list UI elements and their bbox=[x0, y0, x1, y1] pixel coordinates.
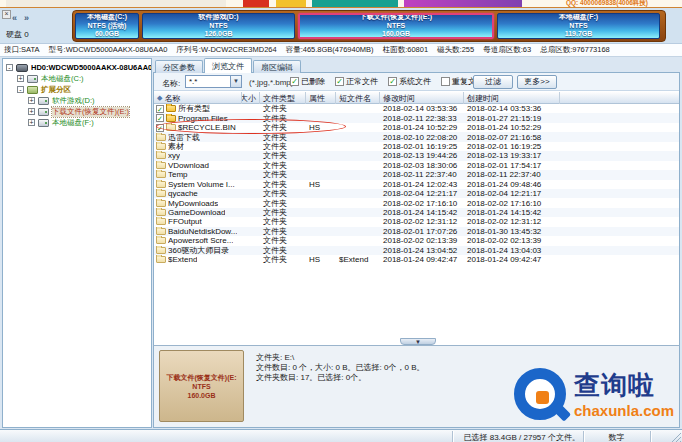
table-row[interactable]: Temp文件夹2018-02-11 22:37:402018-02-11 22:… bbox=[154, 170, 679, 179]
checkbox-icon[interactable] bbox=[441, 77, 450, 86]
tab[interactable]: 浏览文件 bbox=[204, 58, 252, 73]
modified-time: 2018-02-01 17:07:26 bbox=[380, 227, 464, 236]
file-type: 文件夹 bbox=[260, 246, 306, 255]
modified-time: 2018-01-24 13:04:52 bbox=[380, 246, 464, 255]
column-header[interactable]: 短文件名 bbox=[336, 92, 380, 104]
tree-expander-icon[interactable]: + bbox=[17, 75, 24, 82]
created-time: 2018-02-01 17:54:17 bbox=[464, 161, 560, 170]
tree-item-label: 软件游戏(D:) bbox=[52, 96, 95, 106]
filter-checkbox[interactable]: ✓正常文件 bbox=[335, 76, 378, 87]
created-time: 2018-02-14 03:53:36 bbox=[464, 104, 560, 113]
tree-item-label: HD0:WDCWD5000AAKX-08U6AA0(466GB) bbox=[31, 63, 152, 72]
tree-expander-icon[interactable]: + bbox=[28, 119, 35, 126]
chevron-down-icon[interactable]: ▼ bbox=[230, 76, 241, 87]
table-row[interactable]: Apowersoft Scre...文件夹2018-02-02 02:13:39… bbox=[154, 236, 679, 245]
magnifier-logo-handle bbox=[552, 402, 571, 421]
partition-block[interactable]: 下载文件(恢复文件)(E:)NTFS160.0GB bbox=[298, 13, 494, 39]
table-row[interactable]: $Extend文件夹HS$Extend2018-01-24 09:42:4720… bbox=[154, 255, 679, 264]
table-row[interactable]: ✓所有类型文件夹2018-02-14 03:53:362018-02-14 03… bbox=[154, 104, 679, 113]
file-type: 文件夹 bbox=[260, 170, 306, 179]
file-attr: HS bbox=[306, 255, 336, 264]
column-header[interactable]: ◆名称 bbox=[154, 92, 242, 104]
current-partition-size: 160.0GB bbox=[187, 391, 215, 400]
folder-icon bbox=[156, 152, 166, 159]
partition-tree-panel: -HD0:WDCWD5000AAKX-08U6AA0(466GB)+本地磁盘(C… bbox=[2, 58, 152, 428]
selection-summary: 已选择 83.4GB / 27957 个文件。 bbox=[455, 432, 580, 442]
more-button[interactable]: 更多>> bbox=[517, 75, 557, 89]
tab[interactable]: 扇区编辑 bbox=[253, 60, 301, 73]
tree-item-label: 本地磁盘(C:) bbox=[41, 74, 84, 84]
row-checkbox[interactable]: ✓ bbox=[156, 105, 164, 113]
file-type: 文件夹 bbox=[260, 236, 306, 245]
column-header[interactable]: 创建时间 bbox=[464, 92, 560, 104]
table-row[interactable]: FFOutput文件夹2018-02-02 12:31:122018-02-02… bbox=[154, 217, 679, 226]
partition-block[interactable]: 本地磁盘(F:)NTFS119.7GB bbox=[497, 13, 660, 39]
file-name: BaiduNetdiskDow... bbox=[168, 227, 237, 236]
checkbox-icon[interactable]: ✓ bbox=[290, 77, 299, 86]
tree-expander-icon[interactable]: - bbox=[17, 86, 24, 93]
filter-checkbox[interactable]: ✓系统文件 bbox=[388, 76, 431, 87]
column-header[interactable]: 修改时间 bbox=[380, 92, 464, 104]
table-row[interactable]: GameDownload文件夹2018-01-24 14:15:422018-0… bbox=[154, 208, 679, 217]
tree-item-label: 本地磁盘(F:) bbox=[52, 118, 94, 128]
tree-item[interactable]: +本地磁盘(C:) bbox=[3, 73, 151, 84]
file-name: $Extend bbox=[168, 255, 197, 264]
partition-bar-panel: × « » 硬盘 0 本地磁盘(C:)NTFS (活动)60.0GB软件游戏(D… bbox=[0, 7, 682, 44]
file-name: qycache bbox=[168, 189, 198, 198]
tree-item[interactable]: +本地磁盘(F:) bbox=[3, 117, 151, 128]
tree-item[interactable]: -HD0:WDCWD5000AAKX-08U6AA0(466GB) bbox=[3, 62, 151, 73]
tree-expander-icon[interactable]: - bbox=[6, 64, 13, 71]
banner-qq-text: QQ: 4000069838(4006科技) bbox=[566, 0, 648, 7]
row-checkbox[interactable]: ✓ bbox=[156, 124, 164, 132]
file-type: 文件夹 bbox=[260, 208, 306, 217]
column-header[interactable]: 文件类型 bbox=[260, 92, 306, 104]
column-header[interactable]: 大小 bbox=[242, 92, 260, 104]
table-row[interactable]: MyDownloads文件夹2018-02-02 17:16:102018-02… bbox=[154, 198, 679, 207]
drive-icon bbox=[27, 75, 38, 83]
resize-grip[interactable] bbox=[670, 432, 681, 442]
partition-bar: 本地磁盘(C:)NTFS (活动)60.0GB软件游戏(D:)NTFS126.0… bbox=[72, 10, 666, 42]
partition-tree: -HD0:WDCWD5000AAKX-08U6AA0(466GB)+本地磁盘(C… bbox=[3, 62, 151, 128]
checkbox-icon[interactable]: ✓ bbox=[388, 77, 397, 86]
tree-expander-icon[interactable]: + bbox=[28, 108, 35, 115]
disk-info-item: 总扇区数:976773168 bbox=[540, 45, 610, 55]
table-header: ◆名称大小文件类型属性短文件名修改时间创建时间 bbox=[154, 92, 679, 104]
checkbox-icon[interactable]: ✓ bbox=[335, 77, 344, 86]
numlock-indicator: 数字 bbox=[585, 432, 648, 442]
tab[interactable]: 分区参数 bbox=[155, 60, 203, 73]
filter-button[interactable]: 过滤 bbox=[473, 75, 513, 89]
filter-checkbox[interactable]: ✓已删除 bbox=[290, 76, 325, 87]
row-checkbox[interactable]: ✓ bbox=[156, 114, 164, 122]
table-row[interactable]: 迅雷下载文件夹2018-02-10 22:08:202018-02-07 21:… bbox=[154, 132, 679, 141]
file-type: 文件夹 bbox=[260, 142, 306, 151]
folder-icon bbox=[156, 247, 166, 254]
tree-item[interactable]: +下载文件(恢复文件)(E:) bbox=[3, 106, 151, 117]
column-header[interactable]: 属性 bbox=[306, 92, 336, 104]
created-time: 2018-02-11 22:37:40 bbox=[464, 170, 560, 179]
table-row[interactable]: xyy文件夹2018-02-13 19:44:262018-02-13 19:3… bbox=[154, 151, 679, 160]
table-row[interactable]: BaiduNetdiskDow...文件夹2018-02-01 17:07:26… bbox=[154, 227, 679, 236]
file-name-cell: ✓所有类型 bbox=[154, 104, 242, 113]
file-name: Apowersoft Scre... bbox=[168, 236, 233, 245]
table-row[interactable]: qycache文件夹2018-02-04 12:21:172018-02-04 … bbox=[154, 189, 679, 198]
created-time: 2018-01-24 13:04:03 bbox=[464, 246, 560, 255]
tree-item[interactable]: +软件游戏(D:) bbox=[3, 95, 151, 106]
table-row[interactable]: VDownload文件夹2018-02-03 18:30:062018-02-0… bbox=[154, 161, 679, 170]
table-row[interactable]: 素材文件夹2018-02-01 16:19:252018-02-01 16:19… bbox=[154, 142, 679, 151]
created-time: 2018-02-02 12:31:12 bbox=[464, 217, 560, 226]
folder-icon bbox=[166, 105, 176, 112]
table-row[interactable]: ✓$RECYCLE.BIN文件夹HS2018-01-24 10:52:29201… bbox=[154, 123, 679, 132]
file-type: 文件夹 bbox=[260, 161, 306, 170]
scroll-left-icon[interactable]: « bbox=[12, 13, 17, 23]
splitter-handle[interactable]: ▼ bbox=[400, 338, 436, 345]
tree-expander-icon[interactable]: + bbox=[28, 97, 35, 104]
table-row[interactable]: 360驱动大师目录文件夹2018-01-24 13:04:522018-01-2… bbox=[154, 246, 679, 255]
table-row[interactable]: System Volume I...文件夹HS2018-01-24 12:02:… bbox=[154, 180, 679, 189]
scroll-right-icon[interactable]: » bbox=[24, 13, 29, 23]
table-row[interactable]: ✓Program Files文件夹2018-02-11 22:38:332018… bbox=[154, 113, 679, 122]
partition-block[interactable]: 本地磁盘(C:)NTFS (活动)60.0GB bbox=[75, 13, 139, 39]
close-icon[interactable]: × bbox=[2, 10, 11, 19]
name-pattern-combobox[interactable]: *.* ▼ bbox=[185, 75, 242, 88]
partition-block[interactable]: 软件游戏(D:)NTFS126.0GB bbox=[142, 13, 295, 39]
tree-item[interactable]: -扩展分区 bbox=[3, 84, 151, 95]
